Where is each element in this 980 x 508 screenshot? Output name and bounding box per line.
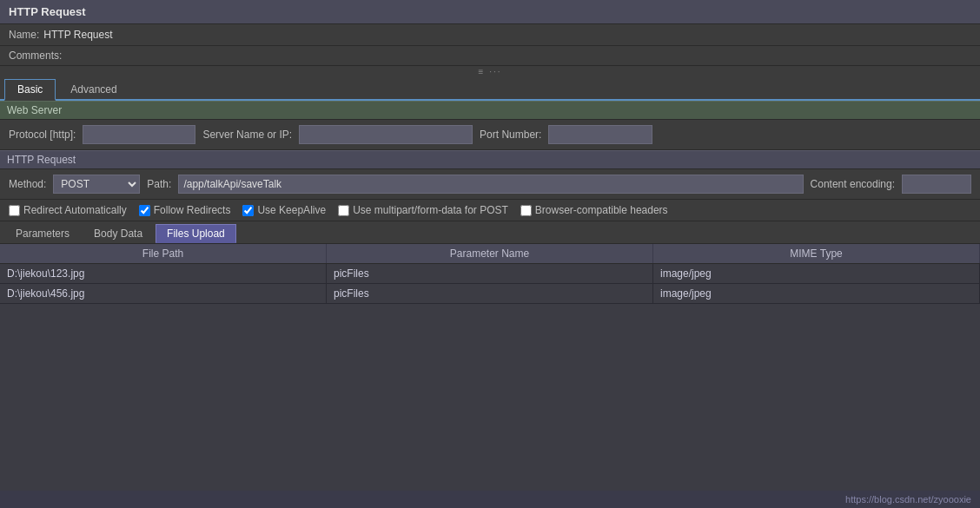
table-body: D:\jiekou\123.jpg picFiles image/jpeg D:… [0,264,980,491]
tab-basic[interactable]: Basic [4,79,56,101]
follow-redirects-checkbox[interactable] [139,205,150,216]
row2-mime-type: image/jpeg [653,284,980,303]
multipart-label: Use multipart/form-data for POST [353,204,508,216]
redirect-auto-checkbox[interactable] [9,205,20,216]
row1-file-path: D:\jiekou\123.jpg [0,264,327,283]
footer-bar: https://blog.csdn.net/zyoooxie [0,491,980,508]
browser-headers-label: Browser-compatible headers [535,204,668,216]
port-input[interactable] [548,125,652,144]
checkbox-keepalive: Use KeepAlive [242,204,326,216]
subtab-files-upload[interactable]: Files Upload [156,224,236,243]
checkbox-multipart: Use multipart/form-data for POST [338,204,508,216]
http-request-header: HTTP Request [0,150,980,169]
server-input[interactable] [299,125,473,144]
name-value: HTTP Request [43,29,112,41]
method-label: Method: [9,178,46,190]
footer-url: https://blog.csdn.net/zyoooxie [845,494,971,505]
method-select[interactable]: POST GET PUT DELETE [53,175,140,194]
table-row: D:\jiekou\123.jpg picFiles image/jpeg [0,264,980,284]
protocol-input[interactable] [83,125,195,144]
checkbox-follow-redirects: Follow Redirects [139,204,231,216]
window-title: HTTP Request [9,5,86,18]
subtab-parameters[interactable]: Parameters [4,224,81,243]
comments-row: Comments: [0,46,980,66]
table-header: File Path Parameter Name MIME Type [0,244,980,264]
path-input[interactable] [178,175,803,194]
comments-label: Comments: [9,49,62,62]
redirect-auto-label: Redirect Automatically [23,204,127,216]
sub-tabs: Parameters Body Data Files Upload [0,221,980,244]
title-bar: HTTP Request [0,0,980,24]
row1-param-name: picFiles [327,264,653,283]
browser-headers-checkbox[interactable] [520,205,532,216]
web-server-header: Web Server [0,101,980,120]
col-mime-type: MIME Type [653,244,980,263]
content-encoding-label: Content encoding: [811,178,895,190]
path-label: Path: [147,178,171,190]
web-server-row: Protocol [http]: Server Name or IP: Port… [0,120,980,150]
protocol-label: Protocol [http]: [9,129,76,141]
main-tabs: Basic Advanced [0,77,980,101]
keepalive-label: Use KeepAlive [257,204,326,216]
multipart-checkbox[interactable] [338,205,349,216]
method-row: Method: POST GET PUT DELETE Path: Conten… [0,169,980,200]
name-row: Name: HTTP Request [0,24,980,46]
content-encoding-input[interactable] [902,175,971,194]
checkbox-redirect-auto: Redirect Automatically [9,204,127,216]
name-label: Name: [9,29,39,41]
col-file-path: File Path [0,244,327,263]
row2-param-name: picFiles [327,284,653,303]
tab-advanced[interactable]: Advanced [57,79,129,99]
row1-mime-type: image/jpeg [653,264,980,283]
checkbox-browser-headers: Browser-compatible headers [520,204,668,216]
expander-dots[interactable]: ≡︎ ∙∙∙ [0,66,980,77]
col-param-name: Parameter Name [327,244,653,263]
port-label: Port Number: [480,129,541,141]
row2-file-path: D:\jiekou\456.jpg [0,284,327,303]
subtab-body-data[interactable]: Body Data [83,224,154,243]
follow-redirects-label: Follow Redirects [154,204,231,216]
checkbox-row: Redirect Automatically Follow Redirects … [0,200,980,221]
main-container: HTTP Request Name: HTTP Request Comments… [0,0,980,508]
keepalive-checkbox[interactable] [242,205,254,216]
server-label: Server Name or IP: [202,129,292,141]
table-row: D:\jiekou\456.jpg picFiles image/jpeg [0,284,980,304]
